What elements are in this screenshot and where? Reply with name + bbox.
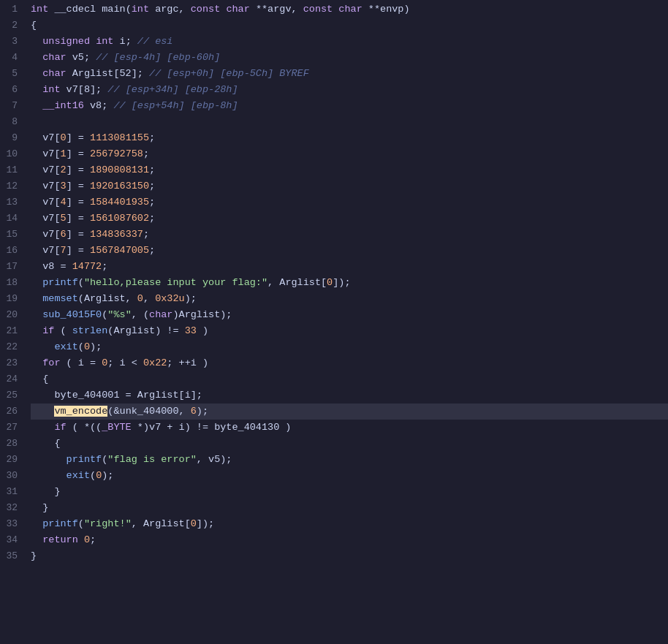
code-line: int v7[8]; // [esp+34h] [ebp-28h] bbox=[31, 82, 668, 98]
plain-token: { bbox=[31, 20, 37, 31]
plain-token: ]); bbox=[197, 518, 214, 529]
plain-token: ] = bbox=[67, 245, 90, 256]
plain-token: argc, bbox=[149, 4, 191, 15]
num-token: 4 bbox=[61, 197, 67, 208]
plain-token: *)v7 + i) != byte_404130 ) bbox=[132, 422, 292, 433]
plain-token: v7[8]; bbox=[61, 84, 108, 95]
plain-token: } bbox=[31, 550, 37, 561]
line-number: 35 bbox=[0, 548, 22, 564]
plain-token: ); bbox=[197, 406, 208, 417]
plain-token: ; bbox=[143, 148, 149, 159]
cmt-token: // esi bbox=[137, 36, 173, 47]
line-number: 15 bbox=[0, 227, 22, 243]
plain-token bbox=[31, 309, 42, 320]
fn-token: exit bbox=[54, 341, 77, 352]
kw-token: char bbox=[42, 68, 66, 79]
line-number: 27 bbox=[0, 420, 22, 436]
line-number: 33 bbox=[0, 516, 22, 532]
num-token: 1920163150 bbox=[90, 181, 149, 192]
plain-token bbox=[78, 534, 84, 545]
plain-token: ( *(( bbox=[67, 422, 102, 433]
num-token: 0 bbox=[84, 534, 90, 545]
code-line: vm_encode(&unk_404000, 6); bbox=[31, 404, 668, 420]
line-number: 20 bbox=[0, 307, 22, 323]
num-token: 1567847005 bbox=[90, 245, 149, 256]
code-line: printf("right!", Arglist[0]); bbox=[31, 516, 668, 532]
highlighted-token: vm_encode bbox=[54, 406, 107, 417]
plain-token: v7[ bbox=[31, 132, 61, 143]
kw-token: int bbox=[96, 36, 113, 47]
line-number: 1 bbox=[0, 1, 22, 18]
line-number: 28 bbox=[0, 436, 22, 452]
code-line: v7[5] = 1561087602; bbox=[31, 211, 668, 227]
plain-token bbox=[31, 518, 42, 529]
line-number: 13 bbox=[0, 194, 22, 211]
plain-token bbox=[31, 293, 42, 304]
plain-token: ] = bbox=[67, 229, 90, 240]
line-number: 26 bbox=[0, 404, 22, 420]
kw-token: if bbox=[54, 422, 66, 433]
num-token: 134836337 bbox=[90, 229, 143, 240]
plain-token bbox=[31, 100, 42, 111]
num-token: 0 bbox=[61, 132, 67, 143]
code-line: exit(0); bbox=[31, 468, 668, 484]
plain-token: , bbox=[143, 293, 155, 304]
num-token: 0 bbox=[327, 277, 333, 288]
plain-token: ] = bbox=[67, 197, 90, 208]
kw-token: return bbox=[42, 534, 78, 545]
plain-token: { bbox=[31, 374, 48, 384]
code-line: } bbox=[31, 548, 668, 564]
num-token: 33 bbox=[185, 325, 197, 336]
line-number: 6 bbox=[0, 82, 22, 98]
plain-token: ( bbox=[78, 341, 84, 352]
plain-token bbox=[31, 36, 42, 47]
fn-token: printf bbox=[42, 518, 78, 529]
kw-token: char bbox=[338, 4, 362, 15]
line-number: 29 bbox=[0, 452, 22, 468]
line-number: 22 bbox=[0, 339, 22, 355]
str-token: "right!" bbox=[84, 518, 132, 529]
kw-token: int bbox=[31, 4, 48, 15]
line-number: 4 bbox=[0, 50, 22, 66]
line-number: 10 bbox=[0, 146, 22, 162]
plain-token: ; bbox=[149, 245, 155, 256]
code-line: char v5; // [esp-4h] [ebp-60h] bbox=[31, 50, 668, 66]
str-token: "hello,please input your flag:" bbox=[84, 277, 267, 288]
cmt-token: // [esp+34h] [ebp-28h] bbox=[107, 84, 238, 95]
plain-token: ] = bbox=[67, 181, 90, 192]
num-token: 1113081155 bbox=[90, 132, 149, 143]
plain-token: ); bbox=[102, 470, 113, 481]
kw-token: int bbox=[132, 4, 149, 15]
plain-token: **envp) bbox=[363, 4, 410, 15]
code-line: { bbox=[31, 436, 668, 452]
num-token: 2 bbox=[61, 164, 67, 175]
line-number: 17 bbox=[0, 259, 22, 275]
plain-token: , Arglist[ bbox=[132, 518, 191, 529]
plain-token bbox=[31, 325, 42, 336]
code-line: byte_404001 = Arglist[i]; bbox=[31, 387, 668, 404]
plain-token bbox=[31, 277, 42, 288]
kw-token: unsigned bbox=[42, 36, 90, 47]
code-line: { bbox=[31, 18, 668, 34]
plain-token: ; bbox=[149, 213, 155, 224]
code-line: printf("hello,please input your flag:", … bbox=[31, 275, 668, 291]
plain-token: v8 = bbox=[31, 261, 72, 272]
code-line bbox=[31, 114, 668, 130]
kw-token: const bbox=[191, 4, 221, 15]
code-line: if ( *((_BYTE *)v7 + i) != byte_404130 ) bbox=[31, 420, 668, 436]
code-container: 1234567891011121314151617181920212223242… bbox=[0, 0, 668, 644]
plain-token bbox=[31, 52, 42, 63]
str-token: "%s" bbox=[107, 309, 131, 320]
code-line: sub_4015F0("%s", (char)Arglist); bbox=[31, 307, 668, 323]
num-token: 0 bbox=[137, 293, 143, 304]
plain-token: v7[ bbox=[31, 245, 61, 256]
plain-token: ; bbox=[149, 164, 155, 175]
line-number: 16 bbox=[0, 243, 22, 259]
code-line: __int16 v8; // [esp+54h] [ebp-8h] bbox=[31, 98, 668, 114]
fn-token: printf bbox=[42, 277, 78, 288]
plain-token bbox=[31, 454, 67, 465]
line-number: 12 bbox=[0, 178, 22, 194]
line-number: 8 bbox=[0, 114, 22, 130]
code-line: printf("flag is error", v5); bbox=[31, 452, 668, 468]
plain-token: , ( bbox=[132, 309, 149, 320]
